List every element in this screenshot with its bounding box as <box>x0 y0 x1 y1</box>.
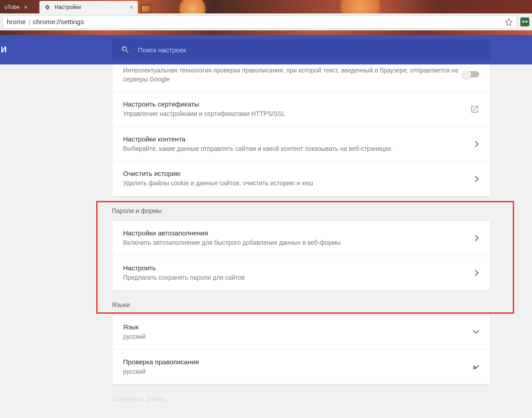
tab-label: Настройки <box>55 4 81 10</box>
extension-icon[interactable] <box>520 17 529 26</box>
open-external-icon <box>470 105 479 114</box>
address-bar: hrome | chrome://settings <box>0 13 532 30</box>
theme-banner <box>0 30 532 35</box>
setting-row-language[interactable]: Язык русский <box>112 315 490 350</box>
row-title: Язык <box>123 323 473 331</box>
setting-row-certificates[interactable]: Настроить сертификаты Управление настрой… <box>112 92 490 127</box>
search-icon <box>121 45 130 54</box>
row-subtitle: Предлагать сохранять пароли для сайтов <box>123 273 475 282</box>
settings-content: Интеллектуальная технология проверки пра… <box>0 64 532 418</box>
header-title-truncated: И <box>0 45 8 55</box>
row-title: Настроить сертификаты <box>123 100 470 108</box>
row-title: Настройки автозаполнения <box>123 229 475 237</box>
search-placeholder: Поиск настроек <box>138 46 186 54</box>
tab-youtube[interactable]: uTube × <box>0 1 39 13</box>
tab-label: uTube <box>4 4 20 10</box>
close-icon[interactable]: × <box>130 4 133 10</box>
close-icon[interactable]: × <box>24 4 28 10</box>
row-subtitle: Интеллектуальная технология проверки пра… <box>123 66 463 84</box>
row-title: Настроить <box>123 264 475 272</box>
chevron-down-icon <box>473 330 479 334</box>
section-title-downloads: Скачанные файлы <box>112 384 490 409</box>
row-subtitle: Управление настройками и сертификатами H… <box>123 110 470 119</box>
row-subtitle: Включить автозаполнение для быстрого доб… <box>123 239 475 247</box>
tab-strip: uTube × Настройки × <box>0 0 532 13</box>
toggle-off-icon[interactable] <box>463 71 479 77</box>
separator: | <box>29 18 30 26</box>
row-title: Очистить историю <box>123 170 475 177</box>
settings-search[interactable]: Поиск настроек <box>112 39 490 60</box>
section-title-passwords: Пароли и формы <box>112 196 490 221</box>
setting-row-manage-passwords[interactable]: Настроить Предлагать сохранять пароли дл… <box>112 256 490 290</box>
row-title: Настройки контента <box>123 135 475 143</box>
bookmark-star-icon[interactable] <box>505 18 513 26</box>
setting-row-clear-history[interactable]: Очистить историю Удалить файлы cookie и … <box>112 161 490 196</box>
omnibox[interactable]: hrome | chrome://settings <box>3 15 517 29</box>
chevron-right-icon <box>475 176 479 182</box>
section-title-languages: Языки <box>112 290 490 315</box>
row-subtitle: Выбирайте, какие данные отправлять сайта… <box>123 145 475 154</box>
chevron-right-icon <box>475 141 479 147</box>
setting-row-spellcheck-lang[interactable]: Проверка правописания русский <box>112 350 490 384</box>
passwords-card: Настройки автозаполнения Включить автоза… <box>112 221 490 290</box>
row-title: Проверка правописания <box>123 358 473 366</box>
chevron-right-icon <box>475 270 479 276</box>
settings-header: И Поиск настроек <box>0 35 532 64</box>
setting-row-content-settings[interactable]: Настройки контента Выбирайте, какие данн… <box>112 127 490 162</box>
new-tab-button[interactable] <box>140 4 151 13</box>
tab-settings[interactable]: Настройки × <box>39 1 138 13</box>
setting-row-autofill[interactable]: Настройки автозаполнения Включить автоза… <box>112 221 490 256</box>
privacy-card: Интеллектуальная технология проверки пра… <box>112 64 490 196</box>
gear-icon <box>44 4 51 11</box>
row-subtitle: русский <box>123 333 473 341</box>
languages-card: Язык русский Проверка правописания русск… <box>112 315 490 384</box>
chevron-right-icon <box>475 235 479 241</box>
setting-row-spellcheck[interactable]: Интеллектуальная технология проверки пра… <box>112 64 490 92</box>
url-origin-chip: hrome <box>7 18 26 26</box>
row-subtitle: Удалить файлы cookie и данные сайтов, оч… <box>123 179 475 188</box>
row-subtitle: русский <box>123 367 473 376</box>
url-text: chrome://settings <box>33 18 501 26</box>
chevron-down-icon <box>473 365 479 369</box>
